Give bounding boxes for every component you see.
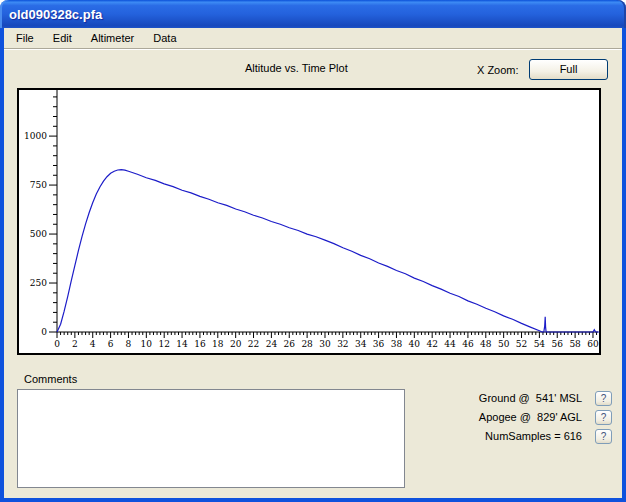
plot-canvas[interactable]: 0246810121416182022242628303234363840424… <box>17 88 601 355</box>
svg-text:34: 34 <box>355 339 367 349</box>
svg-text:10: 10 <box>141 339 153 349</box>
svg-text:58: 58 <box>569 339 581 349</box>
svg-text:14: 14 <box>176 339 188 349</box>
app-window: old090328c.pfa File Edit Altimeter Data … <box>0 0 626 502</box>
menu-edit[interactable]: Edit <box>45 28 80 48</box>
stat-row-samples: NumSamples = 616 ? <box>485 428 612 444</box>
plot-title: Altitude vs. Time Plot <box>245 62 348 74</box>
svg-text:18: 18 <box>212 339 224 349</box>
svg-text:20: 20 <box>230 339 242 349</box>
svg-text:22: 22 <box>248 339 259 349</box>
menu-data[interactable]: Data <box>145 28 184 48</box>
svg-text:16: 16 <box>194 339 206 349</box>
svg-text:500: 500 <box>30 229 47 239</box>
svg-text:750: 750 <box>30 180 47 190</box>
svg-text:40: 40 <box>409 339 421 349</box>
svg-text:42: 42 <box>426 339 437 349</box>
altitude-curve <box>57 170 599 332</box>
apogee-help-button[interactable]: ? <box>595 410 612 425</box>
stat-row-ground: Ground @ 541' MSL ? <box>479 390 612 406</box>
x-zoom-label: X Zoom: <box>477 64 519 76</box>
svg-text:28: 28 <box>301 339 313 349</box>
svg-text:30: 30 <box>319 339 331 349</box>
comments-textarea[interactable] <box>17 389 405 488</box>
ground-help-button[interactable]: ? <box>595 391 612 406</box>
stat-row-apogee: Apogee @ 829' AGL ? <box>479 409 612 425</box>
window-title: old090328c.pfa <box>9 7 102 22</box>
svg-text:1000: 1000 <box>24 131 47 141</box>
svg-text:12: 12 <box>158 339 169 349</box>
svg-text:4: 4 <box>90 339 96 349</box>
menu-altimeter[interactable]: Altimeter <box>83 28 142 48</box>
svg-text:0: 0 <box>41 327 47 337</box>
svg-text:52: 52 <box>516 339 527 349</box>
svg-text:50: 50 <box>498 339 510 349</box>
svg-text:26: 26 <box>284 339 296 349</box>
svg-text:36: 36 <box>373 339 385 349</box>
x-zoom-full-button[interactable]: Full <box>529 59 608 80</box>
svg-text:60: 60 <box>587 339 599 349</box>
svg-text:54: 54 <box>534 339 546 349</box>
menu-file[interactable]: File <box>8 28 42 48</box>
titlebar[interactable]: old090328c.pfa <box>0 0 626 28</box>
svg-text:46: 46 <box>462 339 474 349</box>
apogee-agl-value: Apogee @ 829' AGL <box>479 411 582 423</box>
svg-text:56: 56 <box>552 339 564 349</box>
samples-help-button[interactable]: ? <box>595 429 612 444</box>
svg-text:24: 24 <box>266 339 278 349</box>
svg-text:8: 8 <box>126 339 132 349</box>
svg-text:0: 0 <box>54 339 60 349</box>
ground-msl-value: Ground @ 541' MSL <box>479 392 582 404</box>
num-samples-value: NumSamples = 616 <box>485 430 582 442</box>
svg-text:250: 250 <box>30 278 47 288</box>
svg-text:6: 6 <box>108 339 114 349</box>
svg-text:38: 38 <box>391 339 403 349</box>
svg-text:32: 32 <box>337 339 348 349</box>
x-axis-ticks: 0246810121416182022242628303234363840424… <box>54 332 599 349</box>
altitude-time-plot[interactable]: 0246810121416182022242628303234363840424… <box>17 88 601 355</box>
comments-label: Comments <box>24 373 77 385</box>
plot-border <box>18 89 600 354</box>
svg-text:44: 44 <box>444 339 456 349</box>
y-axis-ticks: 02505007501000 <box>24 97 57 337</box>
svg-text:48: 48 <box>480 339 492 349</box>
menubar: File Edit Altimeter Data <box>4 28 622 49</box>
window-body: File Edit Altimeter Data Altitude vs. Ti… <box>0 28 626 502</box>
svg-text:2: 2 <box>72 339 78 349</box>
